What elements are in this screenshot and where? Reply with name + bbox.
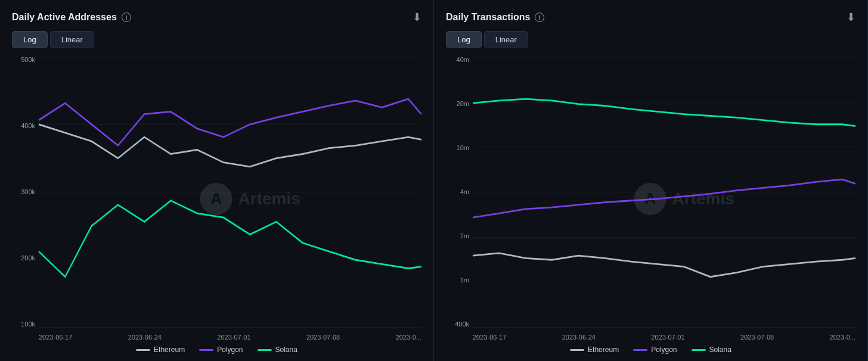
x-label-2-4: 2023-0...	[830, 334, 855, 341]
chart-svg-1	[39, 57, 421, 328]
legend-color-solana-2	[692, 349, 706, 351]
x-axis-2: 2023-06-17 2023-06-24 2023-07-01 2023-07…	[473, 328, 855, 341]
legend-label-ethereum-2: Ethereum	[588, 346, 619, 354]
panel-title-1: Daily Active Addresses i	[12, 12, 131, 23]
x-label-1-2: 2023-07-01	[217, 334, 250, 341]
y-label-2-5: 1m	[460, 277, 469, 284]
x-label-2-2: 2023-07-01	[651, 334, 684, 341]
chart-panel-1: Daily Active Addresses i ⬇ Log Linear 50…	[0, 0, 434, 361]
toggle-group-2: Log Linear	[446, 31, 855, 48]
x-label-2-0: 2023-06-17	[473, 334, 506, 341]
x-label-1-0: 2023-06-17	[39, 334, 72, 341]
toggle-linear-2[interactable]: Linear	[484, 31, 528, 48]
panel-title-2: Daily Transactions i	[446, 12, 544, 23]
chart1-title: Daily Active Addresses	[12, 12, 117, 23]
x-label-1-4: 2023-0...	[396, 334, 421, 341]
legend-item-solana-1: Solana	[258, 346, 297, 354]
legend-2: Ethereum Polygon Solana	[446, 341, 855, 354]
legend-item-ethereum-1: Ethereum	[136, 346, 185, 354]
legend-label-polygon-2: Polygon	[651, 346, 677, 354]
chart-panel-2: Daily Transactions i ⬇ Log Linear 40m 20…	[434, 0, 868, 361]
x-label-2-3: 2023-07-08	[740, 334, 774, 341]
chart-inner-2: A Artemis 2023-06-17 2023-06-24 2023-07-…	[473, 57, 855, 341]
download-button-2[interactable]: ⬇	[847, 11, 855, 24]
y-label-1-4: 100k	[21, 321, 35, 328]
y-label-1-0: 500k	[21, 57, 35, 63]
ethereum-line-2	[473, 253, 855, 277]
legend-color-solana-1	[258, 349, 272, 351]
x-label-1-1: 2023-06-24	[128, 334, 162, 341]
y-label-2-0: 40m	[457, 57, 469, 63]
legend-color-polygon-1	[199, 349, 213, 351]
panel-header-1: Daily Active Addresses i ⬇	[12, 11, 421, 24]
y-label-2-1: 20m	[457, 101, 469, 107]
x-axis-1: 2023-06-17 2023-06-24 2023-07-01 2023-07…	[39, 328, 421, 341]
ethereum-line-1	[39, 125, 421, 167]
legend-label-solana-2: Solana	[709, 346, 731, 354]
x-label-1-3: 2023-07-08	[306, 334, 340, 341]
y-label-2-6: 400k	[455, 321, 469, 328]
legend-1: Ethereum Polygon Solana	[12, 341, 421, 354]
legend-label-solana-1: Solana	[275, 346, 297, 354]
y-label-1-1: 400k	[21, 123, 35, 129]
legend-color-ethereum-2	[570, 349, 584, 351]
x-label-2-1: 2023-06-24	[562, 334, 596, 341]
toggle-log-2[interactable]: Log	[446, 31, 482, 48]
toggle-group-1: Log Linear	[12, 31, 421, 48]
y-axis-2: 40m 20m 10m 4m 2m 1m 400k	[446, 57, 473, 341]
y-label-1-2: 300k	[21, 189, 35, 195]
chart-area-2: 40m 20m 10m 4m 2m 1m 400k A Artemis	[446, 57, 855, 341]
chart-area-1: 500k 400k 300k 200k 100k A Artemis	[12, 57, 421, 341]
y-label-2-4: 2m	[460, 233, 469, 239]
chart2-title: Daily Transactions	[446, 12, 530, 23]
solana-line-2	[473, 99, 855, 126]
legend-item-solana-2: Solana	[692, 346, 731, 354]
panel-header-2: Daily Transactions i ⬇	[446, 11, 855, 24]
toggle-linear-1[interactable]: Linear	[50, 31, 94, 48]
chart-inner-1: A Artemis 2023-06-17 2023-06-24 2023-07-…	[39, 57, 421, 341]
legend-item-polygon-1: Polygon	[199, 346, 243, 354]
polygon-line-1	[39, 99, 421, 145]
y-label-1-3: 200k	[21, 255, 35, 262]
legend-item-ethereum-2: Ethereum	[570, 346, 619, 354]
download-button-1[interactable]: ⬇	[413, 11, 421, 24]
legend-color-ethereum-1	[136, 349, 150, 351]
legend-label-polygon-1: Polygon	[217, 346, 243, 354]
legend-item-polygon-2: Polygon	[633, 346, 677, 354]
y-label-2-2: 10m	[457, 145, 469, 151]
info-icon-2[interactable]: i	[535, 13, 544, 22]
chart-svg-2	[473, 57, 855, 328]
legend-label-ethereum-1: Ethereum	[154, 346, 185, 354]
polygon-line-2	[473, 179, 855, 217]
info-icon-1[interactable]: i	[122, 13, 131, 22]
y-label-2-3: 4m	[460, 189, 469, 195]
toggle-log-1[interactable]: Log	[12, 31, 48, 48]
solana-line-1	[39, 201, 421, 277]
legend-color-polygon-2	[633, 349, 647, 351]
y-axis-1: 500k 400k 300k 200k 100k	[12, 57, 39, 341]
